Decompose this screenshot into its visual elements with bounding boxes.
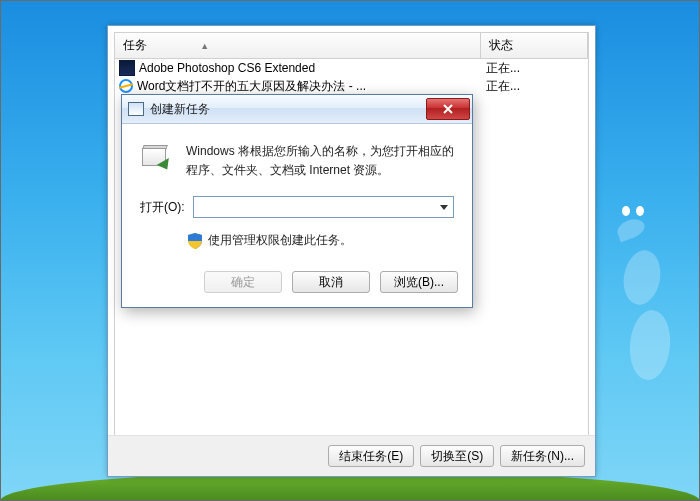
ie-icon <box>119 79 133 93</box>
open-input[interactable] <box>193 196 454 218</box>
create-new-task-dialog: 创建新任务 Windows 将根据您所输入的名称，为您打开相应的程序、文件夹、文… <box>121 94 473 308</box>
task-row[interactable]: Adobe Photoshop CS6 Extended 正在... <box>115 59 588 77</box>
column-header-task[interactable]: 任务 ▲ <box>115 33 481 58</box>
cancel-button[interactable]: 取消 <box>292 271 370 293</box>
shield-icon <box>188 233 202 249</box>
column-header-status-label: 状态 <box>489 38 513 52</box>
run-dialog-icon <box>140 142 172 170</box>
dialog-title-icon <box>128 102 144 116</box>
dialog-title: 创建新任务 <box>150 101 426 118</box>
dialog-titlebar[interactable]: 创建新任务 <box>122 95 472 124</box>
open-label: 打开(O): <box>140 199 185 216</box>
desktop-leaf <box>619 247 664 307</box>
task-name: Adobe Photoshop CS6 Extended <box>139 61 315 75</box>
task-row[interactable]: Word文档打不开的五大原因及解决办法 - ... 正在... <box>115 77 588 95</box>
task-status: 正在... <box>486 78 584 95</box>
browse-button[interactable]: 浏览(B)... <box>380 271 458 293</box>
dialog-message: Windows 将根据您所输入的名称，为您打开相应的程序、文件夹、文档或 Int… <box>186 142 454 180</box>
sort-indicator-icon: ▲ <box>200 41 209 51</box>
task-status: 正在... <box>486 60 584 77</box>
desktop-butterfly <box>626 206 640 220</box>
task-manager-button-bar: 结束任务(E) 切换至(S) 新任务(N)... <box>108 435 595 476</box>
new-task-button[interactable]: 新任务(N)... <box>500 445 585 467</box>
column-header-task-label: 任务 <box>123 38 147 52</box>
task-list-header: 任务 ▲ 状态 <box>115 33 588 59</box>
task-name: Word文档打不开的五大原因及解决办法 - ... <box>137 78 366 95</box>
column-header-status[interactable]: 状态 <box>481 33 588 58</box>
close-icon <box>443 104 453 114</box>
desktop-leaf <box>627 308 673 381</box>
combobox-dropdown-button[interactable] <box>435 197 453 217</box>
photoshop-icon <box>119 60 135 76</box>
switch-to-button[interactable]: 切换至(S) <box>420 445 494 467</box>
open-combobox[interactable] <box>193 196 454 218</box>
admin-privilege-note: 使用管理权限创建此任务。 <box>208 232 352 249</box>
ok-button[interactable]: 确定 <box>204 271 282 293</box>
end-task-button[interactable]: 结束任务(E) <box>328 445 414 467</box>
close-button[interactable] <box>426 98 470 120</box>
dialog-button-bar: 确定 取消 浏览(B)... <box>122 257 472 307</box>
